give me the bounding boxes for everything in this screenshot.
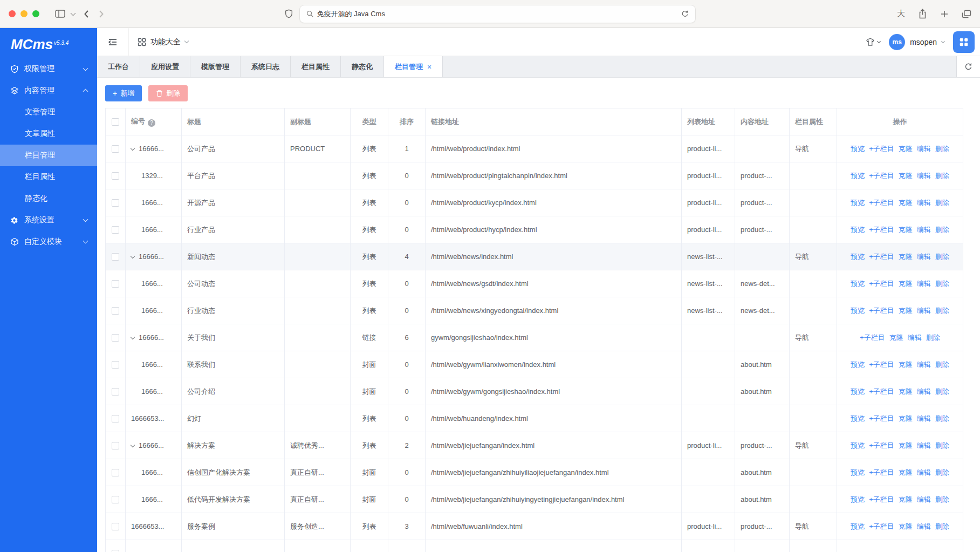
add-child-link[interactable]: +子栏目 xyxy=(869,226,894,234)
delete-link[interactable]: 删除 xyxy=(935,145,949,153)
preview-link[interactable]: 预览 xyxy=(851,280,865,288)
tab-static[interactable]: 静态化 xyxy=(341,56,384,77)
add-child-link[interactable]: +子栏目 xyxy=(869,172,894,180)
select-all-checkbox[interactable] xyxy=(112,118,119,126)
privacy-shield-icon[interactable] xyxy=(285,9,293,18)
delete-link[interactable]: 删除 xyxy=(935,387,949,396)
row-checkbox[interactable] xyxy=(112,145,119,153)
close-window-button[interactable] xyxy=(9,10,16,17)
edit-link[interactable]: 编辑 xyxy=(917,441,931,449)
close-tab-icon[interactable]: × xyxy=(427,63,431,71)
clone-link[interactable]: 克隆 xyxy=(899,522,913,530)
preview-link[interactable]: 预览 xyxy=(851,414,865,422)
maximize-window-button[interactable] xyxy=(32,10,39,17)
preview-link[interactable]: 预览 xyxy=(851,468,865,476)
delete-link[interactable]: 删除 xyxy=(926,333,940,342)
user-menu[interactable]: ms msopen xyxy=(889,34,944,50)
preview-link[interactable]: 预览 xyxy=(851,172,865,180)
clone-link[interactable]: 克隆 xyxy=(889,333,903,342)
clone-link[interactable]: 克隆 xyxy=(899,387,913,396)
all-features-menu[interactable]: 功能大全 xyxy=(129,37,197,47)
row-checkbox[interactable] xyxy=(112,442,119,449)
add-child-link[interactable]: +子栏目 xyxy=(869,387,894,396)
sidebar-item-static[interactable]: 静态化 xyxy=(0,188,97,209)
apps-grid-button[interactable] xyxy=(953,31,975,53)
sidebar-item-content[interactable]: 内容管理 xyxy=(0,80,97,101)
row-checkbox[interactable] xyxy=(112,415,119,422)
edit-link[interactable]: 编辑 xyxy=(917,414,931,422)
row-checkbox[interactable] xyxy=(112,280,119,288)
tab-workbench[interactable]: 工作台 xyxy=(97,56,140,77)
edit-link[interactable]: 编辑 xyxy=(917,145,931,153)
edit-link[interactable]: 编辑 xyxy=(917,495,931,503)
sidebar-item-permission[interactable]: 权限管理 xyxy=(0,58,97,80)
forward-button[interactable] xyxy=(99,10,104,18)
edit-link[interactable]: 编辑 xyxy=(917,172,931,180)
clone-link[interactable]: 克隆 xyxy=(899,495,913,503)
row-checkbox[interactable] xyxy=(112,307,119,315)
add-child-link[interactable]: +子栏目 xyxy=(869,306,894,315)
row-checkbox[interactable] xyxy=(112,550,119,552)
preview-link[interactable]: 预览 xyxy=(851,253,865,261)
row-checkbox[interactable] xyxy=(112,388,119,396)
add-child-link[interactable]: +子栏目 xyxy=(869,199,894,207)
edit-link[interactable]: 编辑 xyxy=(917,306,931,315)
preview-link[interactable]: 预览 xyxy=(851,441,865,449)
clone-link[interactable]: 克隆 xyxy=(899,468,913,476)
delete-link[interactable]: 删除 xyxy=(935,280,949,288)
add-child-link[interactable]: +子栏目 xyxy=(869,145,894,153)
expand-icon[interactable] xyxy=(131,146,135,151)
edit-link[interactable]: 编辑 xyxy=(917,226,931,234)
tabs-overview-icon[interactable] xyxy=(962,10,971,18)
minimize-window-button[interactable] xyxy=(20,10,28,17)
row-checkbox[interactable] xyxy=(112,496,119,503)
add-child-link[interactable]: +子栏目 xyxy=(869,414,894,422)
add-child-link[interactable]: +子栏目 xyxy=(869,522,894,530)
sidebar-item-article-manage[interactable]: 文章管理 xyxy=(0,101,97,123)
edit-link[interactable]: 编辑 xyxy=(917,280,931,288)
tab-template-manage[interactable]: 模版管理 xyxy=(190,56,241,77)
expand-icon[interactable] xyxy=(131,443,135,447)
clone-link[interactable]: 克隆 xyxy=(899,199,913,207)
add-child-link[interactable]: +子栏目 xyxy=(869,280,894,288)
clone-link[interactable]: 克隆 xyxy=(899,226,913,234)
clone-link[interactable]: 克隆 xyxy=(899,280,913,288)
tab-app-settings[interactable]: 应用设置 xyxy=(140,56,190,77)
delete-link[interactable]: 删除 xyxy=(935,495,949,503)
sidebar-item-article-attr[interactable]: 文章属性 xyxy=(0,123,97,145)
row-checkbox[interactable] xyxy=(112,199,119,207)
preview-link[interactable]: 预览 xyxy=(851,360,865,369)
preview-link[interactable]: 预览 xyxy=(851,145,865,153)
preview-link[interactable]: 预览 xyxy=(851,226,865,234)
edit-link[interactable]: 编辑 xyxy=(917,387,931,396)
edit-link[interactable]: 编辑 xyxy=(917,360,931,369)
add-child-link[interactable]: +子栏目 xyxy=(860,333,885,342)
reload-icon[interactable] xyxy=(681,10,689,18)
tab-system-log[interactable]: 系统日志 xyxy=(241,56,291,77)
row-checkbox[interactable] xyxy=(112,361,119,369)
row-checkbox[interactable] xyxy=(112,226,119,234)
translate-icon[interactable]: 大 xyxy=(897,9,905,19)
share-icon[interactable] xyxy=(918,9,927,19)
add-child-link[interactable]: +子栏目 xyxy=(869,468,894,476)
help-icon[interactable]: ? xyxy=(148,119,155,127)
preview-link[interactable]: 预览 xyxy=(851,495,865,503)
delete-link[interactable]: 删除 xyxy=(935,522,949,530)
menu-fold-icon[interactable] xyxy=(97,28,129,56)
delete-link[interactable]: 删除 xyxy=(935,226,949,234)
clone-link[interactable]: 克隆 xyxy=(899,306,913,315)
row-checkbox[interactable] xyxy=(112,334,119,342)
add-child-link[interactable]: +子栏目 xyxy=(869,253,894,261)
edit-link[interactable]: 编辑 xyxy=(917,253,931,261)
sidebar-item-column-manage[interactable]: 栏目管理 xyxy=(0,145,97,166)
edit-link[interactable]: 编辑 xyxy=(917,199,931,207)
sidebar-item-system-settings[interactable]: 系统设置 xyxy=(0,209,97,231)
clone-link[interactable]: 克隆 xyxy=(899,360,913,369)
delete-link[interactable]: 删除 xyxy=(935,414,949,422)
row-checkbox[interactable] xyxy=(112,523,119,530)
clone-link[interactable]: 克隆 xyxy=(899,172,913,180)
sidebar-item-custom-module[interactable]: 自定义模块 xyxy=(0,231,97,253)
edit-link[interactable]: 编辑 xyxy=(917,522,931,530)
new-tab-icon[interactable] xyxy=(940,10,949,18)
preview-link[interactable]: 预览 xyxy=(851,522,865,530)
